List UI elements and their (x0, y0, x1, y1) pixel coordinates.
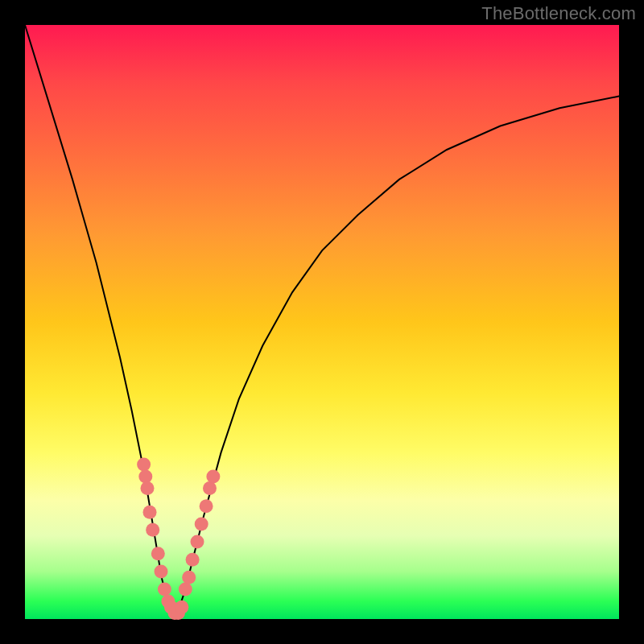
data-point (151, 547, 165, 560)
chart-frame: TheBottleneck.com (0, 0, 644, 644)
data-point (182, 571, 196, 584)
data-point (195, 517, 208, 530)
data-point (186, 553, 200, 567)
data-point (143, 506, 157, 519)
data-point (175, 601, 188, 614)
bottleneck-curve (25, 25, 619, 613)
data-point (138, 469, 152, 483)
data-point (141, 481, 155, 495)
data-point (191, 535, 204, 549)
data-point (146, 523, 159, 537)
data-point (203, 481, 217, 495)
data-point (206, 469, 220, 483)
data-point (158, 583, 171, 597)
data-point-cluster (137, 458, 220, 621)
watermark-text: TheBottleneck.com (481, 3, 636, 24)
data-point (137, 458, 151, 472)
data-point (179, 583, 192, 597)
data-point (155, 565, 168, 579)
chart-svg (25, 25, 619, 619)
chart-plot-area (25, 25, 619, 619)
data-point (200, 499, 213, 513)
